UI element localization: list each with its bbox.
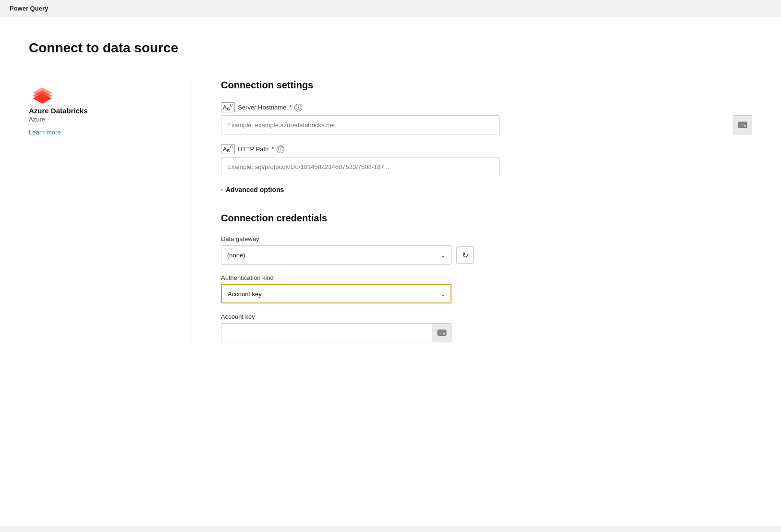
credentials-title: Connection credentials	[221, 213, 752, 224]
main-content: Connect to data source Azure Databricks …	[0, 17, 781, 526]
connection-settings-title: Connection settings	[221, 80, 752, 91]
http-path-text: HTTP Path	[238, 145, 268, 153]
required-star-hostname: *	[289, 104, 292, 111]
param-icon-hostname: ... 5	[738, 121, 747, 129]
svg-text:...: ...	[740, 123, 743, 127]
left-panel: Azure Databricks Azure Learn more	[29, 75, 192, 342]
account-key-input[interactable]	[221, 323, 452, 342]
right-panel: Connection settings ABC Server Hostname …	[192, 75, 752, 342]
data-gateway-dropdown-container: (none) ⌄	[221, 245, 452, 265]
app-title: Power Query	[10, 5, 48, 12]
data-gateway-wrapper: (none) ⌄ ↻	[221, 245, 752, 265]
http-path-label: ABC HTTP Path * ⓘ	[221, 144, 752, 154]
abc-icon-http: ABC	[221, 144, 235, 154]
auth-kind-dropdown-container: Account key ⌄	[221, 284, 452, 303]
server-hostname-param-btn[interactable]: ... 5	[733, 115, 752, 134]
svg-text:5: 5	[443, 332, 445, 336]
server-hostname-label: ABC Server Hostname * ⓘ	[221, 102, 752, 112]
svg-text:...: ...	[439, 331, 442, 335]
auth-kind-wrapper: Account key ⌄	[221, 284, 752, 303]
advanced-options-chevron: ›	[221, 186, 223, 193]
server-hostname-text: Server Hostname	[238, 104, 286, 111]
http-path-wrapper	[221, 157, 752, 176]
abc-icon-hostname: ABC	[221, 102, 235, 112]
data-gateway-dropdown[interactable]: (none)	[221, 245, 452, 265]
connector-name: Azure Databricks	[29, 107, 88, 115]
account-key-text: Account key	[221, 313, 255, 320]
advanced-options-label: Advanced options	[226, 186, 284, 193]
info-icon-http[interactable]: ⓘ	[277, 145, 284, 153]
auth-kind-label: Authentication kind	[221, 274, 752, 281]
data-gateway-refresh-btn[interactable]: ↻	[456, 246, 474, 264]
advanced-options-toggle[interactable]: › Advanced options	[221, 186, 752, 193]
page-title: Connect to data source	[29, 40, 752, 56]
http-path-input[interactable]	[221, 157, 500, 176]
auth-kind-dropdown[interactable]: Account key	[221, 284, 452, 303]
data-gateway-label: Data gateway	[221, 235, 752, 242]
layout: Azure Databricks Azure Learn more Connec…	[29, 75, 752, 342]
server-hostname-wrapper: ... 5	[221, 115, 752, 134]
param-icon-account-key: ... 5	[437, 329, 447, 337]
required-star-http: *	[271, 145, 274, 153]
svg-text:5: 5	[744, 124, 746, 128]
info-icon-hostname[interactable]: ⓘ	[294, 104, 302, 111]
connector-logo	[29, 80, 56, 107]
server-hostname-input[interactable]	[221, 115, 500, 134]
data-gateway-text: Data gateway	[221, 235, 259, 242]
auth-kind-text: Authentication kind	[221, 274, 274, 281]
credentials-section: Connection credentials Data gateway (non…	[221, 213, 752, 342]
account-key-param-btn[interactable]: ... 5	[432, 323, 452, 342]
connector-category: Azure	[29, 116, 45, 123]
account-key-label: Account key	[221, 313, 752, 320]
learn-more-link[interactable]: Learn more	[29, 129, 61, 136]
top-bar: Power Query	[0, 0, 781, 17]
account-key-wrapper: ... 5	[221, 323, 452, 342]
